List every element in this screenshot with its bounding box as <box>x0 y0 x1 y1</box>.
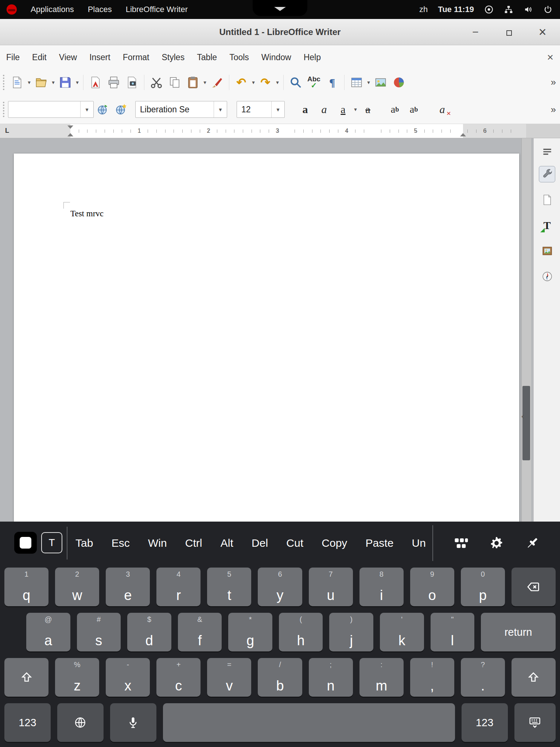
tab-stop-type-button[interactable]: L <box>5 127 9 135</box>
new-document-button[interactable] <box>8 72 26 93</box>
key-t[interactable]: 5t <box>207 568 251 606</box>
key-n[interactable]: ;n <box>309 658 353 697</box>
italic-button[interactable]: a <box>315 99 334 120</box>
menu-styles[interactable]: Styles <box>156 49 191 66</box>
restore-button[interactable] <box>502 26 516 38</box>
insert-table-button[interactable] <box>347 72 366 93</box>
key-numbers-right[interactable]: 123 <box>462 703 508 742</box>
right-indent-marker[interactable] <box>460 133 466 136</box>
key-z[interactable]: %z <box>55 658 99 697</box>
key-win[interactable]: Win <box>147 534 168 552</box>
sidebar-page-button[interactable] <box>539 191 555 208</box>
document-page[interactable]: Test mrvc <box>14 154 519 522</box>
key-globe[interactable] <box>57 703 104 742</box>
key-e[interactable]: 3e <box>106 568 150 606</box>
sidebar-settings-button[interactable] <box>539 143 555 160</box>
sidebar-properties-button[interactable] <box>539 166 555 182</box>
network-icon[interactable] <box>504 5 513 14</box>
insert-table-dropdown[interactable]: ▾ <box>366 79 372 86</box>
insert-image-button[interactable] <box>372 72 390 93</box>
key-paste[interactable]: Paste <box>365 534 394 552</box>
font-size-dropdown[interactable]: ▾ <box>271 101 284 117</box>
key-terminal-toggle[interactable]: T <box>41 532 62 553</box>
key-space[interactable] <box>163 703 455 742</box>
underline-button[interactable]: a <box>334 99 353 120</box>
menu-window[interactable]: Window <box>255 49 298 66</box>
menu-file[interactable]: File <box>0 49 26 66</box>
menu-help[interactable]: Help <box>298 49 327 66</box>
volume-icon[interactable] <box>524 5 533 14</box>
toolbar-overflow-button[interactable]: » <box>551 104 555 115</box>
key-v[interactable]: =v <box>207 658 251 697</box>
bold-button[interactable]: a <box>296 99 315 120</box>
formatting-marks-button[interactable]: ¶ <box>323 72 341 93</box>
left-indent-marker[interactable] <box>67 133 73 136</box>
paste-dropdown[interactable]: ▾ <box>202 79 208 86</box>
menu-tools[interactable]: Tools <box>223 49 255 66</box>
key-q[interactable]: 1q <box>4 568 48 606</box>
first-line-indent-marker[interactable] <box>67 125 73 129</box>
key-a[interactable]: @a <box>26 613 70 651</box>
close-window-button[interactable]: × <box>536 24 549 40</box>
places-menu[interactable]: Places <box>88 5 112 14</box>
key-period[interactable]: ?. <box>461 658 505 697</box>
print-preview-button[interactable] <box>123 72 141 93</box>
key-copy[interactable]: Copy <box>321 534 348 552</box>
cut-button[interactable] <box>147 72 166 93</box>
toolbar-grip[interactable] <box>3 102 4 117</box>
keyboard-indicator-notch[interactable] <box>253 0 307 16</box>
spelling-button[interactable]: Abc ✓ <box>305 72 323 93</box>
redo-dropdown[interactable]: ▾ <box>275 79 280 86</box>
paragraph-style-combo[interactable]: ▾ <box>8 101 94 118</box>
key-numbers-left[interactable]: 123 <box>4 703 51 742</box>
menu-table[interactable]: Table <box>191 49 223 66</box>
keyboard-mode-toggle[interactable] <box>14 532 37 554</box>
underline-dropdown[interactable]: ▾ <box>353 106 358 113</box>
key-cut[interactable]: Cut <box>285 534 304 552</box>
find-replace-button[interactable] <box>287 72 305 93</box>
update-style-button[interactable] <box>94 99 112 120</box>
paragraph-style-dropdown[interactable]: ▾ <box>80 101 93 117</box>
key-k[interactable]: 'k <box>380 613 424 651</box>
copy-button[interactable] <box>166 72 184 93</box>
paste-button[interactable] <box>184 72 202 93</box>
key-esc[interactable]: Esc <box>111 534 131 552</box>
new-style-button[interactable] <box>112 99 130 120</box>
key-o[interactable]: 9o <box>410 568 454 606</box>
key-w[interactable]: 2w <box>55 568 99 606</box>
key-d[interactable]: $d <box>127 613 171 651</box>
sidebar-gallery-button[interactable] <box>539 243 555 259</box>
window-title-bar[interactable]: Untitled 1 - LibreOffice Writer − × <box>0 19 560 45</box>
sidebar-navigator-button[interactable] <box>539 268 555 285</box>
key-shift-left[interactable] <box>4 658 48 697</box>
insert-chart-button[interactable] <box>390 72 408 93</box>
redo-button[interactable]: ↷ <box>256 72 275 93</box>
undo-button[interactable]: ↶ <box>232 72 250 93</box>
strikethrough-button[interactable]: a <box>358 99 377 120</box>
close-document-button[interactable]: × <box>547 51 553 63</box>
key-s[interactable]: #s <box>77 613 121 651</box>
key-h[interactable]: (h <box>279 613 323 651</box>
sidebar-styles-button[interactable]: T <box>539 217 555 233</box>
superscript-button[interactable]: a b <box>385 99 404 120</box>
menu-insert[interactable]: Insert <box>83 49 117 66</box>
key-y[interactable]: 6y <box>258 568 302 606</box>
key-b[interactable]: /b <box>258 658 302 697</box>
clock[interactable]: Tue 11:19 <box>438 5 474 14</box>
font-name-dropdown[interactable]: ▾ <box>214 101 227 117</box>
pin-keyboard-icon[interactable] <box>525 535 540 551</box>
clear-formatting-button[interactable]: a × <box>433 99 452 120</box>
key-del[interactable]: Del <box>251 534 269 552</box>
key-undo-truncated[interactable]: Un <box>411 534 427 552</box>
key-m[interactable]: :m <box>359 658 404 697</box>
key-c[interactable]: +c <box>156 658 201 697</box>
horizontal-ruler[interactable]: L 1 2 3 4 5 6 <box>0 124 560 138</box>
clone-formatting-button[interactable] <box>208 72 226 93</box>
active-app-menu[interactable]: LibreOffice Writer <box>126 5 188 14</box>
open-file-button[interactable] <box>32 72 50 93</box>
save-button[interactable] <box>56 72 74 93</box>
open-file-dropdown[interactable]: ▾ <box>50 79 56 86</box>
key-backspace[interactable] <box>512 568 556 606</box>
new-document-dropdown[interactable]: ▾ <box>26 79 32 86</box>
key-r[interactable]: 4r <box>156 568 201 606</box>
